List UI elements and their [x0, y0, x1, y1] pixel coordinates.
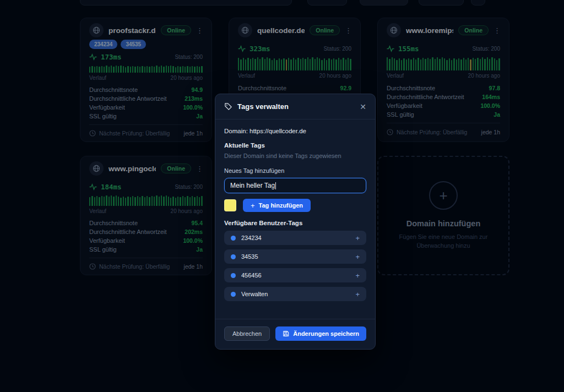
- new-tag-input[interactable]: Mein heller Tag: [224, 178, 366, 193]
- add-tag-to-domain-icon[interactable]: +: [355, 291, 360, 298]
- add-tag-button-label: Tag hinzufügen: [259, 202, 303, 209]
- manage-tags-modal: Tags verwalten ✕ Domain: https://quellco…: [215, 94, 376, 350]
- tag-label: 34535: [241, 253, 350, 260]
- save-changes-button[interactable]: Änderungen speichern: [275, 326, 366, 341]
- add-tag-to-domain-icon[interactable]: +: [355, 253, 360, 260]
- save-icon: [283, 330, 289, 337]
- new-tag-input-value: Mein heller Tag: [230, 182, 275, 189]
- tag-color-dot: [231, 236, 236, 241]
- modal-domain: Domain: https://quellcoder.de: [224, 128, 366, 134]
- tag-color-swatch[interactable]: [224, 199, 236, 211]
- close-icon[interactable]: ✕: [360, 103, 366, 111]
- new-tag-label: Neues Tag hinzufügen: [224, 167, 366, 174]
- user-tag-item[interactable]: 234234+: [224, 231, 366, 245]
- add-tag-button[interactable]: + Tag hinzufügen: [243, 199, 311, 212]
- user-tag-item[interactable]: 456456+: [224, 268, 366, 282]
- tag-label: 456456: [241, 272, 350, 279]
- tag-label: Verwalten: [241, 291, 350, 297]
- tag-color-dot: [231, 292, 236, 297]
- tag-icon: [224, 102, 232, 111]
- tag-label: 234234: [241, 235, 350, 241]
- current-tags-label: Aktuelle Tags: [224, 142, 366, 149]
- modal-title: Tags verwalten: [237, 102, 355, 111]
- cancel-button[interactable]: Abbrechen: [224, 326, 270, 341]
- available-tags-list: 234234+34535+456456+Verwalten+: [224, 231, 366, 301]
- text-caret: [275, 182, 276, 189]
- plus-icon: +: [251, 202, 255, 210]
- save-changes-label: Änderungen speichern: [293, 330, 359, 337]
- no-tags-message: Dieser Domain sind keine Tags zugewiesen: [224, 153, 366, 159]
- add-tag-to-domain-icon[interactable]: +: [355, 235, 360, 242]
- tag-color-dot: [231, 273, 236, 278]
- user-tag-item[interactable]: Verwalten+: [224, 287, 366, 301]
- available-tags-label: Verfügbare Benutzer-Tags: [224, 220, 366, 226]
- user-tag-item[interactable]: 34535+: [224, 249, 366, 264]
- tag-color-dot: [231, 254, 236, 259]
- add-tag-to-domain-icon[interactable]: +: [355, 272, 360, 279]
